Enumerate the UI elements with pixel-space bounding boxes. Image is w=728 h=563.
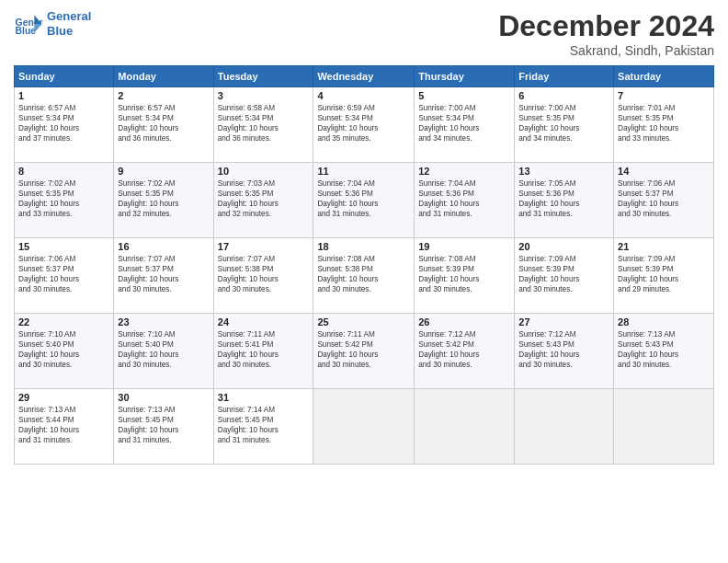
calendar-cell: 23Sunrise: 7:10 AMSunset: 5:40 PMDayligh… bbox=[114, 314, 213, 389]
col-friday: Friday bbox=[515, 66, 614, 87]
day-number: 26 bbox=[418, 316, 510, 327]
calendar-cell bbox=[415, 389, 515, 465]
day-info: Sunrise: 7:13 AMSunset: 5:43 PMDaylight:… bbox=[618, 329, 710, 370]
day-info: Sunrise: 7:08 AMSunset: 5:38 PMDaylight:… bbox=[317, 254, 410, 294]
month-title: December 2024 bbox=[498, 9, 714, 43]
col-wednesday: Wednesday bbox=[313, 66, 415, 87]
day-info: Sunrise: 7:02 AMSunset: 5:35 PMDaylight:… bbox=[18, 178, 109, 219]
calendar-week-5: 29Sunrise: 7:13 AMSunset: 5:44 PMDayligh… bbox=[15, 389, 714, 465]
day-number: 5 bbox=[418, 90, 510, 101]
day-info: Sunrise: 7:00 AMSunset: 5:35 PMDaylight:… bbox=[518, 103, 609, 144]
day-number: 13 bbox=[518, 166, 609, 177]
location: Sakrand, Sindh, Pakistan bbox=[498, 43, 714, 58]
day-info: Sunrise: 7:03 AMSunset: 5:35 PMDaylight:… bbox=[218, 178, 310, 219]
calendar-cell: 9Sunrise: 7:02 AMSunset: 5:35 PMDaylight… bbox=[114, 163, 213, 238]
day-info: Sunrise: 7:05 AMSunset: 5:36 PMDaylight:… bbox=[518, 178, 609, 219]
day-number: 6 bbox=[518, 90, 609, 101]
day-number: 29 bbox=[18, 392, 109, 403]
col-sunday: Sunday bbox=[15, 66, 114, 87]
calendar-header-row: Sunday Monday Tuesday Wednesday Thursday… bbox=[15, 66, 714, 87]
calendar-week-3: 15Sunrise: 7:06 AMSunset: 5:37 PMDayligh… bbox=[15, 238, 714, 314]
day-number: 19 bbox=[418, 241, 510, 252]
day-info: Sunrise: 7:14 AMSunset: 5:45 PMDaylight:… bbox=[218, 405, 310, 445]
calendar-cell: 11Sunrise: 7:04 AMSunset: 5:36 PMDayligh… bbox=[313, 163, 415, 238]
day-number: 18 bbox=[317, 241, 410, 252]
calendar-cell: 27Sunrise: 7:12 AMSunset: 5:43 PMDayligh… bbox=[515, 314, 614, 389]
day-number: 7 bbox=[618, 90, 710, 101]
col-saturday: Saturday bbox=[614, 66, 714, 87]
day-number: 25 bbox=[317, 316, 410, 327]
calendar-cell: 8Sunrise: 7:02 AMSunset: 5:35 PMDaylight… bbox=[15, 163, 114, 238]
day-info: Sunrise: 7:02 AMSunset: 5:35 PMDaylight:… bbox=[118, 178, 209, 219]
calendar-cell: 31Sunrise: 7:14 AMSunset: 5:45 PMDayligh… bbox=[213, 389, 313, 465]
day-number: 31 bbox=[218, 392, 310, 403]
day-info: Sunrise: 7:07 AMSunset: 5:38 PMDaylight:… bbox=[218, 254, 310, 294]
day-info: Sunrise: 7:07 AMSunset: 5:37 PMDaylight:… bbox=[118, 254, 209, 294]
day-number: 23 bbox=[118, 316, 209, 327]
day-number: 16 bbox=[118, 241, 209, 252]
calendar: Sunday Monday Tuesday Wednesday Thursday… bbox=[14, 65, 714, 465]
day-info: Sunrise: 7:04 AMSunset: 5:36 PMDaylight:… bbox=[317, 178, 410, 219]
day-number: 28 bbox=[618, 316, 710, 327]
calendar-cell: 12Sunrise: 7:04 AMSunset: 5:36 PMDayligh… bbox=[415, 163, 515, 238]
calendar-cell: 25Sunrise: 7:11 AMSunset: 5:42 PMDayligh… bbox=[313, 314, 415, 389]
header: General Blue General Blue December 2024 … bbox=[14, 9, 714, 58]
calendar-cell: 26Sunrise: 7:12 AMSunset: 5:42 PMDayligh… bbox=[415, 314, 515, 389]
day-info: Sunrise: 7:01 AMSunset: 5:35 PMDaylight:… bbox=[618, 103, 710, 144]
logo: General Blue General Blue bbox=[14, 9, 91, 39]
day-number: 22 bbox=[18, 316, 109, 327]
day-info: Sunrise: 6:58 AMSunset: 5:34 PMDaylight:… bbox=[218, 103, 310, 144]
calendar-cell: 16Sunrise: 7:07 AMSunset: 5:37 PMDayligh… bbox=[114, 238, 213, 314]
calendar-cell: 4Sunrise: 6:59 AMSunset: 5:34 PMDaylight… bbox=[313, 87, 415, 163]
day-info: Sunrise: 7:13 AMSunset: 5:44 PMDaylight:… bbox=[18, 405, 109, 445]
day-info: Sunrise: 7:09 AMSunset: 5:39 PMDaylight:… bbox=[518, 254, 609, 294]
day-info: Sunrise: 7:04 AMSunset: 5:36 PMDaylight:… bbox=[418, 178, 510, 219]
calendar-cell: 5Sunrise: 7:00 AMSunset: 5:34 PMDaylight… bbox=[415, 87, 515, 163]
calendar-cell bbox=[313, 389, 415, 465]
col-thursday: Thursday bbox=[415, 66, 515, 87]
logo-icon: General Blue bbox=[14, 9, 43, 39]
day-number: 11 bbox=[317, 166, 410, 177]
day-info: Sunrise: 7:08 AMSunset: 5:39 PMDaylight:… bbox=[418, 254, 510, 294]
col-monday: Monday bbox=[114, 66, 213, 87]
day-number: 8 bbox=[18, 166, 109, 177]
day-number: 30 bbox=[118, 392, 209, 403]
calendar-cell: 22Sunrise: 7:10 AMSunset: 5:40 PMDayligh… bbox=[15, 314, 114, 389]
day-info: Sunrise: 7:11 AMSunset: 5:41 PMDaylight:… bbox=[218, 329, 310, 370]
day-number: 3 bbox=[218, 90, 310, 101]
day-number: 15 bbox=[18, 241, 109, 252]
calendar-cell: 21Sunrise: 7:09 AMSunset: 5:39 PMDayligh… bbox=[614, 238, 714, 314]
calendar-week-4: 22Sunrise: 7:10 AMSunset: 5:40 PMDayligh… bbox=[15, 314, 714, 389]
day-info: Sunrise: 7:13 AMSunset: 5:45 PMDaylight:… bbox=[118, 405, 209, 445]
logo-general: General bbox=[47, 9, 91, 24]
day-number: 27 bbox=[518, 316, 609, 327]
calendar-cell: 28Sunrise: 7:13 AMSunset: 5:43 PMDayligh… bbox=[614, 314, 714, 389]
calendar-cell: 14Sunrise: 7:06 AMSunset: 5:37 PMDayligh… bbox=[614, 163, 714, 238]
day-number: 14 bbox=[618, 166, 710, 177]
col-tuesday: Tuesday bbox=[213, 66, 313, 87]
calendar-cell: 13Sunrise: 7:05 AMSunset: 5:36 PMDayligh… bbox=[515, 163, 614, 238]
calendar-week-2: 8Sunrise: 7:02 AMSunset: 5:35 PMDaylight… bbox=[15, 163, 714, 238]
calendar-cell: 1Sunrise: 6:57 AMSunset: 5:34 PMDaylight… bbox=[15, 87, 114, 163]
page: General Blue General Blue December 2024 … bbox=[0, 0, 728, 563]
calendar-cell: 18Sunrise: 7:08 AMSunset: 5:38 PMDayligh… bbox=[313, 238, 415, 314]
day-info: Sunrise: 7:11 AMSunset: 5:42 PMDaylight:… bbox=[317, 329, 410, 370]
day-info: Sunrise: 7:10 AMSunset: 5:40 PMDaylight:… bbox=[118, 329, 209, 370]
day-info: Sunrise: 7:00 AMSunset: 5:34 PMDaylight:… bbox=[418, 103, 510, 144]
day-number: 21 bbox=[618, 241, 710, 252]
day-number: 12 bbox=[418, 166, 510, 177]
day-number: 20 bbox=[518, 241, 609, 252]
day-number: 24 bbox=[218, 316, 310, 327]
title-section: December 2024 Sakrand, Sindh, Pakistan bbox=[498, 9, 714, 58]
day-info: Sunrise: 7:06 AMSunset: 5:37 PMDaylight:… bbox=[618, 178, 710, 219]
day-info: Sunrise: 6:59 AMSunset: 5:34 PMDaylight:… bbox=[317, 103, 410, 144]
day-number: 2 bbox=[118, 90, 209, 101]
day-number: 1 bbox=[18, 90, 109, 101]
day-number: 9 bbox=[118, 166, 209, 177]
calendar-cell: 7Sunrise: 7:01 AMSunset: 5:35 PMDaylight… bbox=[614, 87, 714, 163]
day-info: Sunrise: 7:12 AMSunset: 5:43 PMDaylight:… bbox=[518, 329, 609, 370]
calendar-cell: 20Sunrise: 7:09 AMSunset: 5:39 PMDayligh… bbox=[515, 238, 614, 314]
calendar-cell: 29Sunrise: 7:13 AMSunset: 5:44 PMDayligh… bbox=[15, 389, 114, 465]
day-info: Sunrise: 6:57 AMSunset: 5:34 PMDaylight:… bbox=[118, 103, 209, 144]
day-number: 10 bbox=[218, 166, 310, 177]
